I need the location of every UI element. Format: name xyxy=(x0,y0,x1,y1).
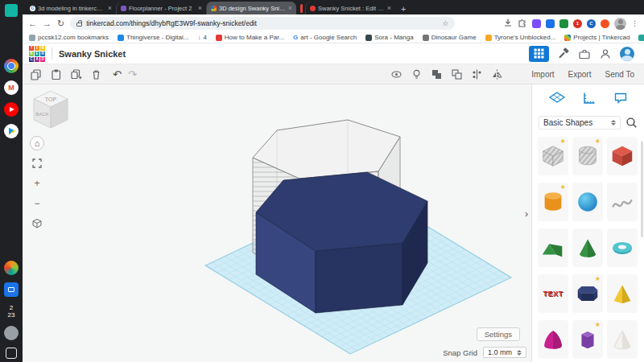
copy-button[interactable] xyxy=(29,67,43,82)
mirror-button[interactable] xyxy=(490,67,504,82)
shape-cylinder-hole[interactable]: ★ xyxy=(572,137,603,175)
launcher-icon[interactable] xyxy=(6,348,17,359)
shape-sphere[interactable] xyxy=(572,183,603,221)
gmail-icon[interactable]: M xyxy=(4,80,19,95)
undo-button[interactable]: ↶ xyxy=(113,69,122,80)
design-title[interactable]: Swanky Snicket xyxy=(59,49,126,59)
shape-paraboloid[interactable] xyxy=(538,320,568,359)
tab-group-indicator[interactable] xyxy=(300,4,303,13)
shape-roof[interactable] xyxy=(538,228,568,267)
bookmark-tyrones[interactable]: Tyrone's Unblocked... xyxy=(485,34,556,41)
panel-collapse-handle[interactable]: › xyxy=(522,204,531,224)
settings-button[interactable]: Settings xyxy=(477,327,520,341)
viewcube-front-label[interactable]: BACK xyxy=(35,112,48,117)
status-icon[interactable] xyxy=(4,326,19,340)
close-icon[interactable]: × xyxy=(288,4,292,12)
browser-menu-icon[interactable]: ⋮ xyxy=(631,19,638,27)
viewcube-top-label[interactable]: TOP xyxy=(45,97,57,102)
workplane-tool-button[interactable] xyxy=(548,91,566,105)
download-icon[interactable] xyxy=(503,16,513,31)
notes-tool-button[interactable] xyxy=(613,91,628,105)
shape-hex-prism[interactable]: ★ xyxy=(572,320,603,359)
forward-button[interactable]: → xyxy=(43,19,52,28)
close-icon[interactable]: × xyxy=(387,4,391,12)
shape-box-hole[interactable]: ★ xyxy=(538,137,568,175)
padlock-icon[interactable] xyxy=(76,23,82,27)
bookmark-thingiverse[interactable]: Thingiverse - Digital... xyxy=(118,34,188,41)
close-icon[interactable]: × xyxy=(198,4,202,12)
align-button[interactable] xyxy=(470,67,484,82)
extension-icon-green[interactable] xyxy=(559,19,568,28)
close-icon[interactable]: × xyxy=(108,4,112,12)
snap-grid-select[interactable]: 1.0 mm xyxy=(483,347,526,358)
reload-button[interactable]: ↻ xyxy=(57,19,64,28)
browser-profile-avatar[interactable] xyxy=(614,18,626,30)
export-button[interactable]: Export xyxy=(568,70,592,79)
bookmark-sora[interactable]: Sora - Manga xyxy=(365,34,413,41)
ungroup-button[interactable] xyxy=(450,67,464,82)
3d-viewport[interactable]: TOP BACK ⌂ + − › xyxy=(23,84,531,362)
tab-3d-modeling[interactable]: G 3d modeling in tinkercad - Goog × xyxy=(26,2,116,14)
screenshot-tool-icon[interactable] xyxy=(5,4,18,17)
tab-floorplanner[interactable]: Floorplanner - Project 2 × xyxy=(116,2,206,14)
zoom-out-button[interactable]: − xyxy=(30,196,44,211)
shape-cone[interactable] xyxy=(572,228,603,267)
send-to-button[interactable]: Send To xyxy=(605,70,634,79)
delete-button[interactable] xyxy=(89,67,103,82)
address-bar[interactable]: tinkercad.com/things/dhybRgE3W9f-swanky-… xyxy=(70,17,455,30)
youtube-icon[interactable] xyxy=(4,102,19,117)
shape-box[interactable] xyxy=(607,137,638,175)
tab-edit-model[interactable]: Swanky Snicket : Edit model | Po × xyxy=(305,2,395,14)
bookmark-pccsk12[interactable]: pccsk12.com bookmarks xyxy=(29,34,109,41)
extensions-puzzle-icon[interactable] xyxy=(518,16,527,31)
bookmark-star-icon[interactable]: ☆ xyxy=(442,19,448,27)
search-icon[interactable] xyxy=(625,117,638,129)
back-button[interactable]: ← xyxy=(28,19,37,28)
toolbox-icon[interactable] xyxy=(578,47,591,60)
show-all-eye-icon[interactable] xyxy=(390,67,403,82)
shape-text[interactable]: TEXT xyxy=(538,274,568,313)
designs-grid-button[interactable] xyxy=(529,46,549,62)
redo-button[interactable]: ↷ xyxy=(128,69,137,80)
import-button[interactable]: Import xyxy=(531,70,554,79)
tinkercad-logo[interactable]: TIN KER CAD xyxy=(29,46,45,62)
extension-icon-purple[interactable] xyxy=(532,19,541,28)
shape-cylinder[interactable]: ★ xyxy=(538,183,568,221)
profile-person-icon[interactable] xyxy=(599,47,612,60)
extension-icon-orange[interactable] xyxy=(601,19,609,28)
duplicate-button[interactable] xyxy=(69,67,83,82)
avatar[interactable] xyxy=(620,47,634,61)
home-view-button[interactable]: ⌂ xyxy=(30,136,44,150)
shelf-clock[interactable]: 2 23 xyxy=(8,304,15,319)
bookmark-howto[interactable]: How to Make a Par... xyxy=(216,34,284,41)
paste-button[interactable] xyxy=(49,67,63,82)
tinkercad-app-icon[interactable] xyxy=(4,261,19,275)
bookmark-tinkercad-projects[interactable]: Projects | Tinkercad xyxy=(564,34,630,41)
bookmark-dinosaur[interactable]: Dinosaur Game xyxy=(423,34,477,41)
panel-scrollbar[interactable] xyxy=(641,141,643,237)
tab-swanky-snicket-active[interactable]: 3D design Swanky Snicket | Tink × xyxy=(206,2,296,14)
shape-scribble[interactable] xyxy=(607,183,638,221)
bookmark-google-art[interactable]: Gart - Google Search xyxy=(293,34,357,41)
group-button[interactable] xyxy=(430,67,444,82)
url-text[interactable]: tinkercad.com/things/dhybRgE3W9f-swanky-… xyxy=(86,19,438,27)
new-tab-button[interactable]: + xyxy=(401,4,406,14)
shape-polygon[interactable]: ★ xyxy=(572,274,603,313)
cast-icon[interactable] xyxy=(4,282,19,297)
zoom-in-button[interactable]: + xyxy=(30,176,44,191)
extension-icon-blue[interactable] xyxy=(546,19,555,28)
fit-view-button[interactable] xyxy=(30,156,44,171)
ruler-tool-button[interactable] xyxy=(582,91,597,105)
play-store-icon[interactable] xyxy=(4,124,19,138)
extension-icon-badge[interactable]: 1 xyxy=(573,19,582,28)
3d-scene[interactable] xyxy=(23,84,531,362)
shape-white-cone[interactable] xyxy=(607,320,638,359)
shape-torus[interactable] xyxy=(607,228,638,267)
perspective-toggle-button[interactable] xyxy=(30,216,44,231)
view-cube[interactable]: TOP BACK xyxy=(27,88,74,133)
shape-pyramid[interactable] xyxy=(607,274,638,313)
chrome-icon[interactable] xyxy=(4,59,19,73)
extension-icon-c[interactable]: C xyxy=(587,19,596,28)
shape-category-select[interactable]: Basic Shapes xyxy=(539,116,621,130)
bookmark-sculptgl[interactable]: SculptGL - A WebG... xyxy=(638,34,644,41)
